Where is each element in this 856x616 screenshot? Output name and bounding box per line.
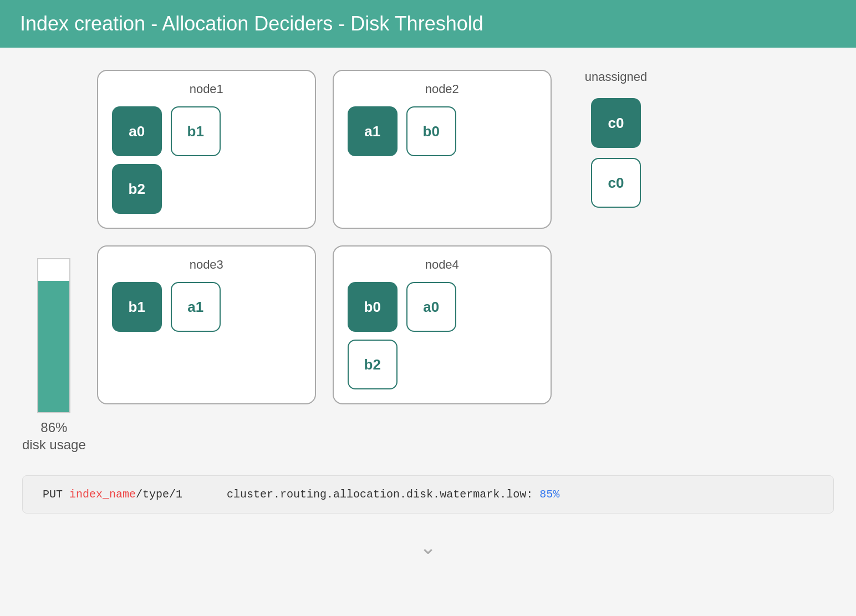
setting-value: 85% bbox=[539, 488, 559, 501]
node1-row2: b2 bbox=[112, 164, 301, 214]
disk-usage-bar-container: 86% disk usage bbox=[22, 258, 86, 453]
disk-bar-fill bbox=[38, 281, 69, 412]
node4-shards: b0 a0 b2 bbox=[348, 282, 537, 389]
node4-box: node4 b0 a0 b2 bbox=[333, 245, 552, 404]
node2-box: node2 a1 b0 bbox=[333, 70, 552, 229]
node3-box: node3 b1 a1 bbox=[97, 245, 316, 404]
shard-b2-replica-node4: b2 bbox=[348, 340, 398, 389]
node3-label: node3 bbox=[112, 258, 301, 272]
node3-shards: b1 a1 bbox=[112, 282, 301, 332]
shard-b1-primary-node3: b1 bbox=[112, 282, 162, 332]
shard-a0-replica-node4: a0 bbox=[406, 282, 456, 332]
shard-a0-primary: a0 bbox=[112, 106, 162, 156]
code-block: PUT index_name/type/1 cluster.routing.al… bbox=[22, 475, 834, 514]
shard-b0-primary-node4: b0 bbox=[348, 282, 398, 332]
disk-bar-empty bbox=[38, 259, 69, 281]
header: Index creation - Allocation Deciders - D… bbox=[0, 0, 856, 48]
node1-shards: a0 b1 b2 bbox=[112, 106, 301, 214]
shard-b2-primary: b2 bbox=[112, 164, 162, 214]
node2-row1: a1 b0 bbox=[348, 106, 537, 156]
node1-label: node1 bbox=[112, 82, 301, 96]
disk-usage-label: 86% disk usage bbox=[22, 419, 86, 453]
setting-key: cluster.routing.allocation.disk.watermar… bbox=[227, 488, 539, 501]
shard-c0-primary-unassigned: c0 bbox=[591, 98, 641, 148]
node2-label: node2 bbox=[348, 82, 537, 96]
put-keyword: PUT bbox=[43, 488, 69, 501]
shard-b0-replica-node2: b0 bbox=[406, 106, 456, 156]
page-title: Index creation - Allocation Deciders - D… bbox=[20, 12, 836, 35]
shard-c0-replica-unassigned: c0 bbox=[591, 158, 641, 208]
code-setting: cluster.routing.allocation.disk.watermar… bbox=[227, 488, 559, 501]
put-rest: /type/1 bbox=[136, 488, 182, 501]
node2-shards: a1 b0 bbox=[348, 106, 537, 156]
shard-a1-replica-node3: a1 bbox=[171, 282, 221, 332]
node1-row1: a0 b1 bbox=[112, 106, 301, 156]
code-put: PUT index_name/type/1 bbox=[43, 488, 182, 501]
unassigned-label: unassigned bbox=[585, 70, 648, 84]
node4-label: node4 bbox=[348, 258, 537, 272]
node4-row2: b2 bbox=[348, 340, 537, 389]
shard-b1-replica: b1 bbox=[171, 106, 221, 156]
node1-box: node1 a0 b1 b2 bbox=[97, 70, 316, 229]
nodes-grid: node1 a0 b1 b2 node2 a1 b0 bbox=[97, 70, 552, 404]
index-name: index_name bbox=[69, 488, 136, 501]
disk-bar-wrapper bbox=[37, 258, 70, 413]
node4-row1: b0 a0 bbox=[348, 282, 537, 332]
shard-a1-primary: a1 bbox=[348, 106, 398, 156]
node3-row1: b1 a1 bbox=[112, 282, 301, 332]
unassigned-shards: c0 c0 bbox=[591, 98, 641, 208]
bottom-arrow-area: ⌄ bbox=[22, 536, 834, 559]
down-arrow-icon: ⌄ bbox=[420, 536, 436, 559]
unassigned-section: unassigned c0 c0 bbox=[585, 70, 648, 208]
